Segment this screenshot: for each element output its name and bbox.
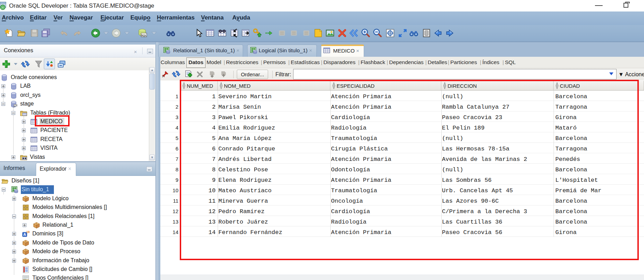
svg-text:19: 19 [26, 230, 30, 234]
svg-text:A: A [23, 232, 26, 236]
svg-text:SQL: SQL [141, 34, 147, 37]
